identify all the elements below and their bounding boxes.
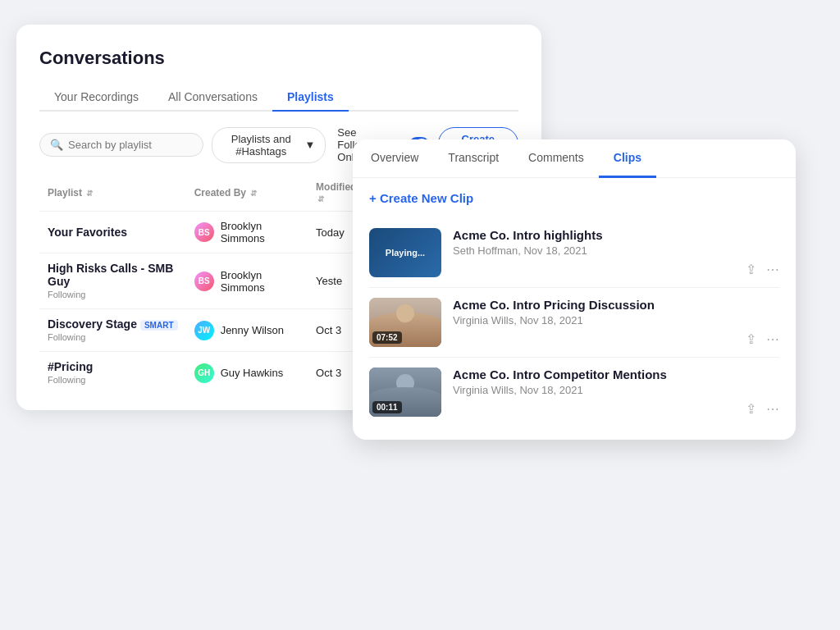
clip-thumbnail: Playing... xyxy=(369,228,441,277)
playing-thumbnail: Playing... xyxy=(369,228,441,277)
tab-recordings[interactable]: Your Recordings xyxy=(39,84,153,112)
avatar: BS xyxy=(194,222,214,242)
clip-item: 07:52 Acme Co. Intro Pricing Discussion … xyxy=(369,288,779,358)
col-created-by[interactable]: Created By ⇵ xyxy=(186,176,308,212)
clip-meta: Seth Hoffman, Nov 18, 2021 xyxy=(453,244,779,257)
playlist-name-cell: High Risks Calls - SMB GuyFollowing xyxy=(39,253,186,309)
clip-action-area: ⇪ ⋯ xyxy=(453,401,779,417)
tab-all-conversations[interactable]: All Conversations xyxy=(153,84,272,112)
share-icon[interactable]: ⇪ xyxy=(746,331,756,347)
created-by-cell: JWJenny Wilson xyxy=(186,309,308,352)
create-new-clip-button[interactable]: + Create New Clip xyxy=(369,191,779,205)
clips-tab-overview[interactable]: Overview xyxy=(356,139,433,178)
pricing-thumbnail: 07:52 xyxy=(369,298,441,347)
creator-name: Guy Hawkins xyxy=(221,367,284,379)
clip-item: 00:11 Acme Co. Intro Competitor Mentions… xyxy=(369,358,779,427)
playlist-name-cell: Your Favorites xyxy=(39,212,186,253)
filter-dropdown[interactable]: Playlists and #Hashtags ▼ xyxy=(212,127,326,163)
clip-info: Acme Co. Intro Pricing Discussion Virgin… xyxy=(453,298,779,347)
share-icon[interactable]: ⇪ xyxy=(746,262,756,277)
clips-tab-clips[interactable]: Clips xyxy=(599,139,656,178)
creator-name: Brooklyn Simmons xyxy=(221,269,299,294)
tabs-row: Your Recordings All Conversations Playli… xyxy=(39,84,518,112)
clip-meta: Virginia Wills, Nov 18, 2021 xyxy=(453,314,779,326)
panel-title: Conversations xyxy=(39,48,518,69)
creator-name: Brooklyn Simmons xyxy=(221,220,299,244)
duration-badge: 00:11 xyxy=(372,401,402,413)
share-icon[interactable]: ⇪ xyxy=(746,401,756,417)
sort-icon-modified: ⇵ xyxy=(317,194,324,203)
chevron-down-icon: ▼ xyxy=(304,139,315,151)
created-by-cell: BSBrooklyn Simmons xyxy=(186,253,308,309)
clips-list: Playing... Acme Co. Intro highlights Set… xyxy=(369,218,779,427)
clip-info: Acme Co. Intro highlights Seth Hoffman, … xyxy=(453,228,779,277)
avatar: JW xyxy=(194,321,214,340)
clips-panel: Overview Transcript Comments Clips + Cre… xyxy=(353,139,796,440)
clip-thumbnail: 00:11 xyxy=(369,368,441,417)
col-playlist[interactable]: Playlist ⇵ xyxy=(39,176,186,212)
created-by-cell: GHGuy Hawkins xyxy=(186,352,308,395)
competitor-thumbnail: 00:11 xyxy=(369,368,441,417)
duration-badge: 07:52 xyxy=(372,331,402,344)
avatar: GH xyxy=(194,363,214,383)
created-by-cell: BSBrooklyn Simmons xyxy=(186,212,308,253)
clip-thumbnail: 07:52 xyxy=(369,298,441,347)
clip-meta: Virginia Wills, Nov 18, 2021 xyxy=(453,384,779,396)
more-options-icon[interactable]: ⋯ xyxy=(766,401,779,417)
clips-tabs-row: Overview Transcript Comments Clips xyxy=(353,139,796,178)
creator-name: Jenny Wilson xyxy=(221,324,284,336)
clip-title: Acme Co. Intro Pricing Discussion xyxy=(453,298,779,312)
clip-action-area: ⇪ ⋯ xyxy=(453,331,779,347)
sort-icon-playlist: ⇵ xyxy=(86,189,93,198)
clips-body: + Create New Clip Playing... Acme Co. In… xyxy=(353,178,796,440)
clips-tab-transcript[interactable]: Transcript xyxy=(433,139,514,178)
clip-info: Acme Co. Intro Competitor Mentions Virgi… xyxy=(453,368,779,417)
avatar: BS xyxy=(194,272,214,291)
more-options-icon[interactable]: ⋯ xyxy=(766,331,779,347)
more-options-icon[interactable]: ⋯ xyxy=(766,262,779,277)
clip-action-area: ⇪ ⋯ xyxy=(453,262,779,277)
clip-title: Acme Co. Intro highlights xyxy=(453,228,779,242)
filter-dropdown-label: Playlists and #Hashtags xyxy=(222,133,299,158)
clip-item: Playing... Acme Co. Intro highlights Set… xyxy=(369,218,779,288)
clips-tab-comments[interactable]: Comments xyxy=(514,139,599,178)
playlist-name-cell: #PricingFollowing xyxy=(39,352,186,395)
playlist-name-cell: Discovery StageSMARTFollowing xyxy=(39,309,186,352)
sort-icon-created-by: ⇵ xyxy=(250,189,257,198)
search-input[interactable] xyxy=(68,139,191,151)
tab-playlists[interactable]: Playlists xyxy=(272,84,349,112)
clip-title: Acme Co. Intro Competitor Mentions xyxy=(453,368,779,381)
search-box[interactable]: 🔍 xyxy=(39,133,203,157)
search-icon: 🔍 xyxy=(50,139,63,151)
